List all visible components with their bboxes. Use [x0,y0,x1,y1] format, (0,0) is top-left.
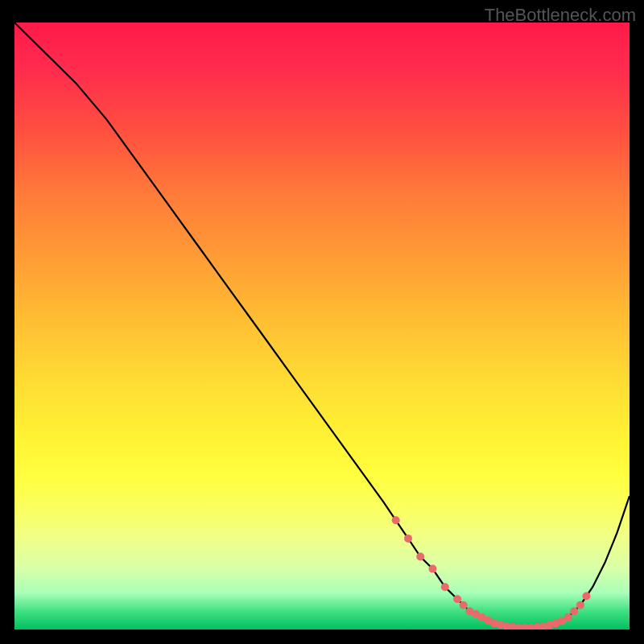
marker-point [404,535,412,543]
marker-point [441,583,449,591]
marker-point [416,553,424,561]
chart-svg [14,23,630,630]
chart-markers [392,516,591,630]
marker-point [576,601,584,609]
marker-point [583,592,591,601]
marker-point [570,607,578,615]
marker-point [392,516,400,524]
marker-point [429,565,437,573]
watermark-text: TheBottleneck.com [485,5,636,26]
chart-curve [14,23,630,628]
marker-point [453,595,461,603]
marker-point [460,601,468,609]
plot-area [14,23,630,630]
marker-point [564,613,572,621]
